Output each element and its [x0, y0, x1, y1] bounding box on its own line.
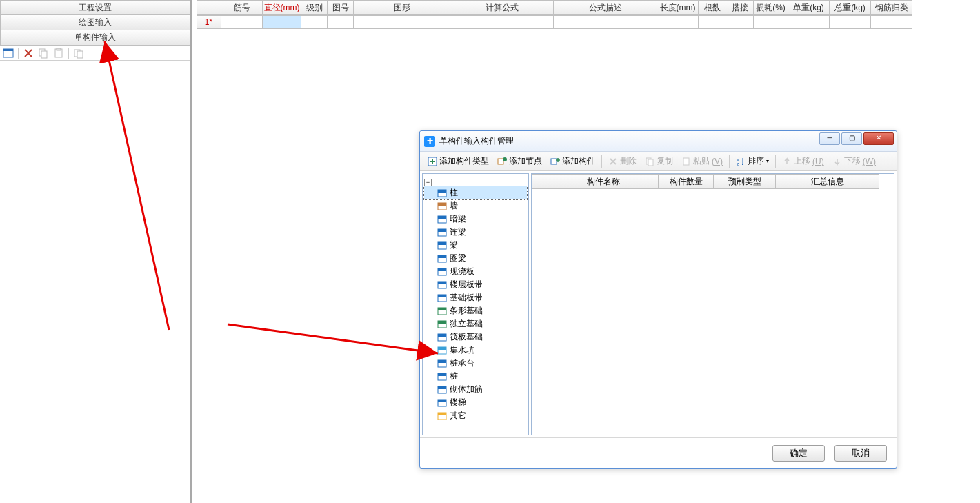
tree-item[interactable]: 桩承台 — [424, 357, 527, 370]
add-member-button[interactable]: 添加构件 — [547, 154, 599, 168]
table-cell[interactable] — [699, 15, 726, 29]
component-type-icon — [437, 188, 448, 198]
table-cell[interactable] — [354, 15, 450, 29]
tree-item[interactable]: 圈梁 — [424, 252, 527, 265]
component-tree[interactable]: − 柱墙暗梁连梁梁圈梁现浇板楼层板带基础板带条形基础独立基础筏板基础集水坑桩承台… — [422, 173, 529, 435]
component-type-icon — [437, 319, 448, 329]
ok-button[interactable]: 确定 — [772, 445, 825, 462]
column-header[interactable]: 计算公式 — [450, 0, 554, 15]
dialog-title: 单构件输入构件管理 — [439, 135, 514, 147]
column-header[interactable]: 根数 — [699, 0, 726, 15]
tree-item[interactable]: 条形基础 — [424, 304, 527, 317]
component-type-icon — [437, 267, 448, 277]
table-cell[interactable] — [328, 15, 354, 29]
paste-icon[interactable] — [53, 48, 64, 59]
table-cell[interactable] — [754, 15, 788, 29]
add-type-button[interactable]: 添加构件类型 — [424, 154, 492, 168]
column-header[interactable]: 图号 — [328, 0, 354, 15]
grid-column-header[interactable]: 构件数量 — [659, 174, 714, 189]
svg-point-10 — [503, 157, 507, 161]
tree-item[interactable]: 筏板基础 — [424, 331, 527, 344]
column-header[interactable]: 图形 — [354, 0, 450, 15]
tree-item-label: 现浇板 — [450, 266, 474, 277]
column-header[interactable]: 总重(kg) — [830, 0, 871, 15]
column-header[interactable]: 筋号 — [221, 0, 263, 15]
maximize-button[interactable]: ▢ — [841, 132, 862, 145]
svg-rect-1 — [3, 49, 13, 51]
paste-button[interactable]: 粘贴(V) — [678, 154, 726, 168]
refresh-icon[interactable] — [73, 48, 84, 59]
table-cell[interactable] — [871, 15, 912, 29]
column-header[interactable]: 长度(mm) — [657, 0, 699, 15]
grid-column-header[interactable]: 构件名称 — [548, 174, 659, 189]
component-type-icon — [437, 372, 448, 382]
svg-line-54 — [228, 324, 438, 353]
copy-button[interactable]: 复制 — [641, 154, 677, 168]
svg-rect-28 — [438, 255, 446, 258]
svg-rect-14 — [683, 158, 689, 165]
column-header[interactable]: 级别 — [301, 0, 328, 15]
tree-item[interactable]: 柱 — [424, 186, 527, 199]
app-icon: ✚ — [424, 136, 435, 147]
form-icon[interactable] — [3, 48, 14, 59]
tree-collapse-icon[interactable]: − — [424, 179, 432, 186]
tree-item[interactable]: 砌体加筋 — [424, 383, 527, 396]
tree-item[interactable]: 楼层板带 — [424, 278, 527, 291]
table-cell[interactable] — [450, 15, 554, 29]
column-header[interactable]: 直径(mm) — [263, 0, 301, 15]
up-arrow-icon — [782, 157, 792, 166]
column-header[interactable] — [197, 0, 221, 15]
delete-button[interactable]: 删除 — [605, 154, 640, 168]
sidebar-item-project-settings[interactable]: 工程设置 — [0, 0, 190, 15]
dialog-titlebar[interactable]: ✚ 单构件输入构件管理 ─ ▢ ✕ — [420, 131, 897, 152]
minimize-button[interactable]: ─ — [819, 132, 840, 145]
svg-rect-20 — [438, 203, 446, 206]
table-cell[interactable] — [788, 15, 830, 29]
svg-rect-5 — [57, 48, 61, 50]
close-button[interactable]: ✕ — [863, 132, 894, 145]
svg-rect-44 — [438, 360, 446, 363]
tree-item[interactable]: 现浇板 — [424, 265, 527, 278]
column-header[interactable]: 损耗(%) — [754, 0, 788, 15]
table-cell[interactable] — [657, 15, 699, 29]
grid-column-header[interactable] — [532, 174, 548, 189]
column-header[interactable]: 钢筋归类 — [871, 0, 912, 15]
sidebar-item-single-component[interactable]: 单构件输入 — [0, 30, 190, 46]
column-header[interactable]: 公式描述 — [554, 0, 657, 15]
table-cell[interactable]: 1* — [197, 15, 221, 29]
tree-item[interactable]: 其它 — [424, 409, 527, 422]
delete-icon[interactable] — [23, 48, 34, 59]
table-cell[interactable] — [554, 15, 657, 29]
tree-item[interactable]: 连梁 — [424, 226, 527, 239]
tree-item[interactable]: 梁 — [424, 239, 527, 252]
tree-item[interactable]: 墙 — [424, 199, 527, 213]
tree-item[interactable]: 独立基础 — [424, 317, 527, 331]
copy-icon[interactable] — [38, 48, 49, 59]
table-cell[interactable] — [830, 15, 871, 29]
move-up-button[interactable]: 上移(U) — [779, 154, 828, 168]
tree-item[interactable]: 基础板带 — [424, 291, 527, 304]
table-cell[interactable] — [726, 15, 754, 29]
tree-item[interactable]: 暗梁 — [424, 213, 527, 226]
table-cell[interactable] — [301, 15, 328, 29]
column-header[interactable]: 单重(kg) — [788, 0, 830, 15]
svg-rect-9 — [498, 159, 503, 164]
grid-column-header[interactable]: 汇总信息 — [776, 174, 879, 189]
main-table: 筋号直径(mm)级别图号图形计算公式公式描述长度(mm)根数搭接损耗(%)单重(… — [197, 0, 980, 29]
table-cell[interactable] — [263, 15, 301, 29]
tree-item[interactable]: 桩 — [424, 370, 527, 383]
sort-button[interactable]: AZ 排序 ▾ — [732, 154, 772, 168]
tree-item-label: 楼层板带 — [450, 279, 483, 290]
svg-rect-7 — [77, 51, 83, 58]
table-cell[interactable] — [221, 15, 263, 29]
move-down-button[interactable]: 下移(W) — [829, 154, 879, 168]
sidebar-item-drawing-input[interactable]: 绘图输入 — [0, 15, 190, 30]
svg-rect-38 — [438, 321, 446, 324]
component-type-icon — [437, 293, 448, 303]
tree-item[interactable]: 楼梯 — [424, 396, 527, 409]
grid-column-header[interactable]: 预制类型 — [714, 174, 776, 189]
tree-item[interactable]: 集水坑 — [424, 344, 527, 357]
column-header[interactable]: 搭接 — [726, 0, 754, 15]
add-node-button[interactable]: 添加节点 — [494, 154, 546, 168]
cancel-button[interactable]: 取消 — [834, 445, 887, 462]
